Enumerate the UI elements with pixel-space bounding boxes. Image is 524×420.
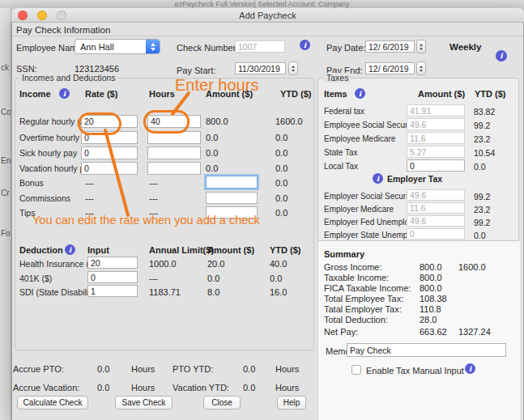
pay-start-label: Pay Start: [177,66,215,75]
section-title: Pay Check Information [16,25,110,35]
deduction-ytd-col-header: YTD ($) [270,245,301,255]
tax-row-label: Federal tax [324,107,364,116]
background-text-fragment: Cr [1,189,10,197]
enable-tax-manual-label: Enable Tax Manual Input [366,366,464,375]
pay-start-stepper[interactable] [288,62,298,75]
income-amount-value: 800.0 [206,117,228,126]
hours-col-header: Hours [149,89,175,99]
employer-fed-unemployment-input[interactable] [407,215,465,227]
employer-tax-ytd-value: 0.0 [474,231,486,240]
employer-tax-row-label: Employer Medicare [324,205,394,214]
employer-state-unemployment-input[interactable] [407,228,465,240]
pto-ytd-label: PTO YTD: [173,364,213,374]
vacation-rate-input[interactable] [81,162,138,175]
deduction-amount-value: 20.0 [207,259,224,269]
employee-medicare-input[interactable] [407,132,465,144]
bonus-amount-input[interactable] [206,176,258,189]
pay-frequency-badge: Weekly [449,42,481,52]
vacation-hours-input[interactable] [147,162,201,175]
deduction-info-icon[interactable]: i [65,244,75,255]
income-row-label: Bonus [19,178,44,188]
enable-tax-manual-checkbox[interactable] [351,365,361,375]
accrue-vacation-label: Accrue Vacation: [13,383,79,392]
pay-date-stepper[interactable] [416,40,426,53]
deduction-col-header: Deduction [19,245,63,255]
hours-highlight-circle [143,110,190,134]
close-button[interactable]: Close [203,396,241,409]
employee-name-select[interactable]: Ann Hall [75,39,160,54]
background-text-fragment: En [1,156,11,165]
background-app-titlebar: ezPaycheck Full Version| Selected Accoun… [0,0,524,8]
pay-frequency-info-icon[interactable]: i [496,50,507,62]
rate-highlight-circle [78,112,121,135]
help-button[interactable]: Help [277,396,306,409]
commissions-amount-input[interactable] [206,192,258,204]
summary-ytd-value: 1600.0 [458,262,486,272]
dialog-title: Add Paycheck [11,11,524,20]
employer-tax-info-icon[interactable]: i [373,173,383,184]
sick-rate-input[interactable] [81,146,138,159]
summary-row-label: Gross Income: [324,262,382,272]
rate-col-header: Rate ($) [85,89,117,99]
tax-items-info-icon[interactable]: i [355,88,365,99]
employee-name-value: Ann Hall [75,42,146,52]
summary-value: 108.38 [420,294,447,303]
check-number-info-icon[interactable]: i [300,40,310,50]
enable-tax-manual-info-icon[interactable]: i [465,363,475,374]
summary-row-label: Tatal Employer Tax: [324,304,402,314]
deduction-annual-value: 1000.0 [149,259,177,269]
tax-ytd-value: 99.2 [474,121,490,130]
pay-date-input[interactable] [365,40,415,53]
deduction-row-label: 401K ($) [19,274,52,283]
rate-dash: --- [85,178,94,188]
income-ytd-value: 0.0 [275,133,288,142]
deduction-annual-value: 1183.71 [149,287,181,297]
summary-row-label: Taxable Income: [324,273,389,282]
401k-input[interactable] [87,271,138,283]
save-check-button[interactable]: Save Check [115,396,173,409]
input-col-header: Input [87,245,109,255]
income-ytd-value: 0.0 [275,193,288,203]
tax-row-label: Local Tax [324,162,358,171]
check-number-input[interactable] [235,40,285,53]
background-window-sliver: ck Co En Cr Fo [0,8,11,420]
employer-tax-ytd-value: 99.2 [474,192,490,202]
tax-ytd-value: 83.82 [474,107,495,117]
health-insurance-input[interactable] [87,257,138,269]
summary-row-label: FICA Taxable Income: [324,283,411,293]
pay-end-input[interactable] [365,62,415,74]
memo-input[interactable] [347,343,506,357]
accrue-pto-label: Accrue PTO: [13,364,64,374]
accrue-pto-value: 0.0 [97,364,109,374]
tax-ytd-value: 10.54 [474,148,495,158]
tax-ytd-value: 0.0 [474,162,486,172]
summary-row-label: Total Employee Tax: [324,294,403,303]
accrue-vacation-unit: Hours [131,383,155,392]
enter-hours-annotation: Enter hours [175,76,258,95]
sdi-input[interactable] [87,285,138,297]
tax-items-col-header: Items [324,89,347,99]
pay-end-stepper[interactable] [416,62,426,75]
income-info-icon[interactable]: i [59,88,70,99]
employer-ss-input[interactable] [407,189,465,201]
employer-medicare-input[interactable] [407,202,465,214]
edit-rate-annotation: You can edit the rate when you add a che… [32,214,260,227]
background-text-fragment: Fo [1,229,11,238]
deduction-ytd-value: 40.0 [270,259,287,269]
federal-tax-input[interactable] [407,104,465,117]
summary-value: 800.0 [420,262,442,272]
pay-start-input[interactable] [235,62,286,74]
employee-ss-input[interactable] [407,118,465,130]
income-amount-value: 0.0 [206,133,218,142]
deduction-amount-col-header: Amount ($) [207,245,254,255]
income-ytd-value: 0.0 [275,178,288,188]
state-tax-input[interactable] [407,146,465,158]
deduction-amount-value: 0.0 [207,274,219,283]
tax-row-label: State Tax [324,148,358,157]
local-tax-input[interactable] [407,159,465,172]
calculate-check-button[interactable]: Calculate Check [17,396,88,409]
sick-hours-input[interactable] [147,146,201,159]
vacation-ytd-label: Vacation YTD: [173,383,229,392]
summary-value: 110.8 [420,304,441,314]
income-ytd-value: 1600.0 [275,117,303,126]
